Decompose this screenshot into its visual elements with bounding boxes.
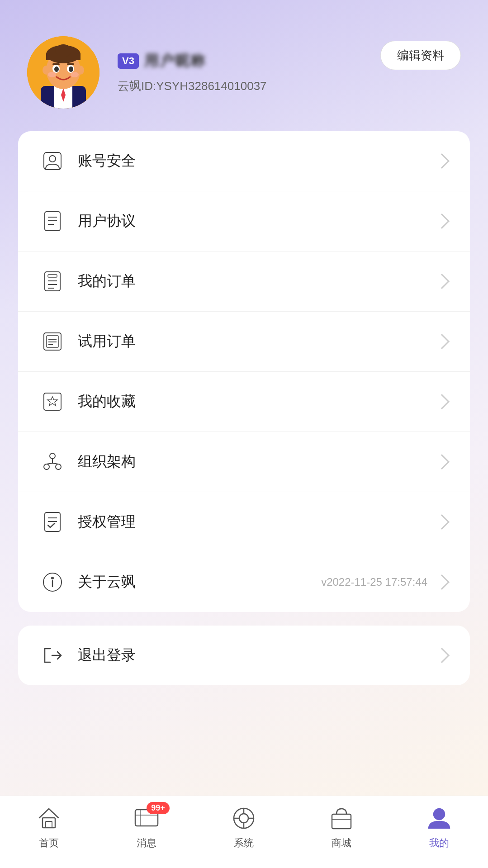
nav-item-messages[interactable]: 99+ 消息 [98,806,195,850]
nav-label-mall: 商城 [332,836,351,850]
menu-item-my-orders[interactable]: 我的订单 [18,251,470,312]
chevron-icon [434,454,450,470]
svg-rect-35 [44,393,61,410]
logout-card: 退出登录 [18,626,470,685]
home-nav-icon-wrap [33,806,65,833]
svg-point-14 [69,66,73,72]
menu-item-about[interactable]: 关于云飒 v2022-11-25 17:57:44 [18,552,470,612]
menu-label-account-security: 账号安全 [78,151,436,171]
menu-label-my-orders: 我的订单 [78,271,436,291]
menu-label-about: 关于云飒 [78,572,321,592]
menu-label-auth-management: 授权管理 [78,512,436,532]
menu-label-user-agreement: 用户协议 [78,211,436,231]
org-icon [41,450,64,474]
about-icon [41,570,64,594]
svg-line-42 [52,463,58,464]
trial-icon [41,330,64,353]
mall-nav-icon [328,805,355,833]
svg-rect-51 [46,821,52,828]
chevron-icon [434,574,450,590]
svg-rect-16 [67,63,74,65]
about-version: v2022-11-25 17:57:44 [321,576,427,588]
message-badge: 99+ [147,802,170,814]
nav-item-system[interactable]: 系统 [195,806,293,850]
svg-point-18 [71,72,79,77]
nav-item-mall[interactable]: 商城 [293,806,390,850]
account-icon [41,149,64,173]
username: 用户昵称 [144,51,206,71]
favorites-icon [41,390,64,413]
menu-item-logout[interactable]: 退出登录 [18,626,470,685]
menu-item-account-security[interactable]: 账号安全 [18,131,470,191]
avatar [27,36,99,109]
chevron-icon [434,274,450,289]
menu-label-trial-orders: 试用订单 [78,332,436,351]
svg-rect-61 [332,814,351,829]
message-nav-icon-wrap: 99+ [131,806,162,833]
svg-point-20 [49,156,56,162]
chevron-icon [434,648,450,663]
svg-rect-26 [48,275,57,277]
menu-item-auth-management[interactable]: 授权管理 [18,492,470,552]
chevron-icon [434,213,450,229]
svg-point-56 [239,814,248,823]
agreement-icon [41,209,64,233]
mine-nav-icon-wrap [423,806,455,833]
nav-label-messages: 消息 [137,836,156,850]
system-nav-icon [231,805,257,833]
chevron-icon [434,334,450,349]
chevron-icon [434,514,450,530]
menu-item-user-agreement[interactable]: 用户协议 [18,191,470,251]
chevron-icon [434,153,450,169]
mine-nav-icon [426,805,452,833]
nav-item-home[interactable]: 首页 [0,806,98,850]
orders-icon [41,270,64,293]
v3-badge: V3 [118,53,139,69]
system-nav-icon-wrap [228,806,260,833]
bottom-nav: 首页 99+ 消息 [0,796,488,868]
svg-point-8 [55,44,71,57]
svg-point-63 [434,809,445,820]
menu-item-org-structure[interactable]: 组织架构 [18,432,470,492]
svg-point-48 [52,577,53,579]
edit-profile-button[interactable]: 编辑资料 [380,41,461,70]
mall-nav-icon-wrap [326,806,357,833]
menu-item-trial-orders[interactable]: 试用订单 [18,312,470,372]
svg-point-39 [56,464,61,470]
auth-icon [41,510,64,534]
main-menu-card: 账号安全 用户协议 我的订单 [18,131,470,612]
menu-label-org-structure: 组织架构 [78,452,436,472]
nav-label-mine: 我的 [429,836,449,850]
nav-item-mine[interactable]: 我的 [390,806,488,850]
svg-rect-15 [52,63,60,65]
svg-point-17 [48,72,56,77]
svg-point-13 [54,66,59,72]
svg-rect-50 [43,818,55,828]
chevron-icon [434,394,450,409]
svg-marker-36 [47,397,57,406]
nav-label-home: 首页 [39,836,59,850]
nav-label-system: 系统 [234,836,254,850]
user-id: 云飒ID:YSYH328614010037 [118,78,461,94]
profile-section: V3 用户昵称 云飒ID:YSYH328614010037 编辑资料 [0,0,488,127]
menu-label-logout: 退出登录 [78,645,436,665]
svg-point-37 [50,453,55,459]
menu-item-my-favorites[interactable]: 我的收藏 [18,372,470,432]
menu-label-my-favorites: 我的收藏 [78,392,436,412]
home-nav-icon [36,805,62,833]
svg-line-41 [47,463,52,464]
svg-point-38 [44,464,49,470]
logout-icon [41,644,64,667]
